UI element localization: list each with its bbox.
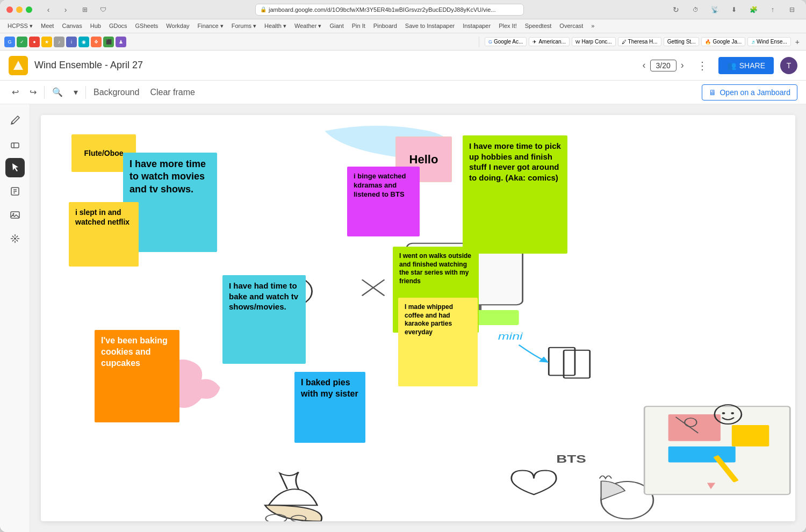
sticky-text-movies: I have more time to watch movies and tv … [129, 159, 206, 195]
app-bar-overcast[interactable]: Overcast [556, 22, 586, 30]
laser-tool-button[interactable] [5, 229, 25, 248]
select-tool-button[interactable] [5, 158, 25, 177]
close-button[interactable] [6, 6, 13, 13]
jamboard-nav-bar: Wind Ensemble - April 27 ‹ 3/20 › ⋮ 👥 SH… [0, 51, 806, 81]
sticky-note-tool-button[interactable] [5, 182, 25, 201]
app-bar-meet[interactable]: Meet [38, 22, 57, 30]
sticky-note-pies[interactable]: I baked pies with my sister [294, 372, 365, 443]
sticky-text-pies: I baked pies with my sister [301, 378, 358, 398]
minimize-button[interactable] [16, 6, 23, 13]
clear-frame-button[interactable]: Clear frame [147, 85, 198, 99]
browser-icon-5[interactable]: ♪ [54, 37, 64, 47]
user-avatar[interactable]: T [780, 57, 797, 74]
bookmark-wind[interactable]: ♬ Wind Ense... [747, 37, 790, 46]
main-area: mini BTS [0, 104, 806, 532]
bookmark-american[interactable]: ✈ American... [529, 37, 570, 46]
sticky-note-netflix[interactable]: i slept in and watched netflix [69, 202, 139, 267]
download-button[interactable]: ⬇ [726, 4, 742, 15]
reload-button[interactable]: ↻ [668, 4, 683, 15]
browser-icon-8[interactable]: ❖ [91, 37, 102, 47]
bookmark-google-ac[interactable]: G Google Ac... [485, 37, 527, 46]
traffic-lights [6, 6, 32, 13]
app-bar-pinboard[interactable]: Pinboard [370, 22, 400, 30]
app-bar-save-instapaper[interactable]: Save to Instapaper [402, 22, 458, 30]
sticky-note-coffee[interactable]: I made whipped coffee and had karaoke pa… [398, 298, 478, 386]
svg-rect-28 [713, 455, 739, 483]
background-button[interactable]: Background [90, 85, 142, 99]
url-bar[interactable]: 🔒 jamboard.google.com/d/1O9bcfwXMr3Y5ER4… [255, 4, 524, 16]
background-label: Background [93, 88, 139, 97]
clear-frame-label: Clear frame [150, 88, 195, 97]
sticky-note-hobbies[interactable]: I have more time to pick up hobbies and … [463, 135, 567, 254]
app-bar-hub[interactable]: Hub [87, 22, 104, 30]
browser-icon-9[interactable]: ⬛ [103, 37, 114, 47]
image-tool-button[interactable] [5, 205, 25, 225]
sticky-text-coffee: I made whipped coffee and had karaoke pa… [405, 303, 453, 336]
app-bar-hcpss[interactable]: HCPSS ▾ [4, 22, 36, 30]
app-bar-gdocs[interactable]: GDocs [106, 22, 131, 30]
extensions-button[interactable]: 🧩 [746, 4, 761, 15]
svg-text:mini: mini [498, 330, 523, 342]
app-bar-more[interactable]: » [588, 22, 598, 30]
document-title[interactable]: Wind Ensemble - April 27 [34, 60, 634, 71]
undo-button[interactable]: ↩ [9, 85, 22, 99]
browser-icon-1[interactable]: G [4, 37, 15, 47]
bookmark-harp[interactable]: W Harp Conc... [572, 37, 616, 46]
app-bar-finance[interactable]: Finance ▾ [195, 22, 227, 30]
pen-tool-button[interactable] [5, 111, 25, 130]
browser-icon-3[interactable]: ● [29, 37, 40, 47]
page-navigation: ‹ 3/20 › [641, 57, 686, 73]
more-options-button[interactable]: ⋮ [693, 57, 712, 74]
browser-icon-4[interactable]: ★ [41, 37, 52, 47]
bookmark-getting[interactable]: Getting St... [664, 37, 700, 46]
bookmark-theresa[interactable]: 🖊 Theresa H... [618, 37, 661, 46]
svg-point-27 [731, 412, 734, 414]
sidebar-button[interactable]: ⊟ [785, 4, 800, 15]
nav-controls: ‹ 3/20 › [641, 57, 686, 73]
share-button[interactable]: 👥 SHARE [718, 57, 774, 74]
bookmark-google-ja[interactable]: 🔥 Google Ja... [701, 37, 745, 46]
app-bar-canvas[interactable]: Canvas [59, 22, 85, 30]
back-button[interactable]: ‹ [41, 4, 56, 15]
redo-button[interactable]: ↪ [26, 85, 40, 99]
app-bar-pinit[interactable]: Pin It [349, 22, 369, 30]
sticky-text-bake: I have had time to bake and watch tv sho… [229, 281, 298, 311]
browser-icon-2[interactable]: ✓ [17, 37, 27, 47]
app-bar-weather[interactable]: Weather ▾ [291, 22, 325, 30]
bookmark-add-button[interactable]: + [793, 37, 802, 46]
sticky-note-cookies[interactable]: I've been baking cookies and cupcakes [95, 330, 179, 422]
monitor-icon: 🖥 [709, 88, 716, 97]
zoom-dropdown-button[interactable]: ▾ [70, 85, 81, 99]
app-bar-giant[interactable]: Giant [326, 22, 347, 30]
svg-point-5 [14, 238, 16, 240]
app-bar-plexit[interactable]: Plex It! [495, 22, 520, 30]
svg-rect-20 [644, 406, 790, 494]
app-bar-forums[interactable]: Forums ▾ [228, 22, 260, 30]
sticky-note-kdramas[interactable]: i binge watched kdramas and listened to … [347, 167, 420, 236]
browser-icon-7[interactable]: ◉ [78, 37, 89, 47]
jamboard-canvas[interactable]: mini BTS [41, 115, 795, 521]
tab-overview-button[interactable]: ⊞ [77, 4, 92, 15]
app-bar-speedtest[interactable]: Speedtest [522, 22, 555, 30]
browser-icon-10[interactable]: ♟ [116, 37, 126, 47]
airdrop-button[interactable]: 📡 [707, 4, 722, 15]
app-bar-instapaper[interactable]: Instapaper [459, 22, 494, 30]
browser-icon-6[interactable]: i [66, 37, 77, 47]
sticky-note-bake[interactable]: I have had time to bake and watch tv sho… [222, 275, 306, 364]
forward-button[interactable]: › [58, 4, 73, 15]
sticky-text-hobbies: I have more time to pick up hobbies and … [469, 141, 561, 182]
zoom-button[interactable]: 🔍 [49, 85, 66, 99]
share-icon: 👥 [727, 61, 736, 70]
app-bar-health[interactable]: Health ▾ [261, 22, 290, 30]
open-jamboard-button[interactable]: 🖥 Open on a Jamboard [702, 84, 797, 100]
eraser-tool-button[interactable] [5, 134, 25, 154]
share-button-browser[interactable]: ↑ [765, 4, 780, 15]
maximize-button[interactable] [26, 6, 32, 13]
prev-page-button[interactable]: ‹ [641, 57, 648, 73]
next-page-button[interactable]: › [679, 57, 686, 73]
shield-button[interactable]: 🛡 [96, 4, 111, 15]
app-bar-gsheets[interactable]: GSheets [132, 22, 162, 30]
sticky-text-netflix: i slept in and watched netflix [75, 208, 129, 226]
history-button[interactable]: ⏱ [688, 4, 703, 15]
app-bar-workday[interactable]: Workday [163, 22, 192, 30]
